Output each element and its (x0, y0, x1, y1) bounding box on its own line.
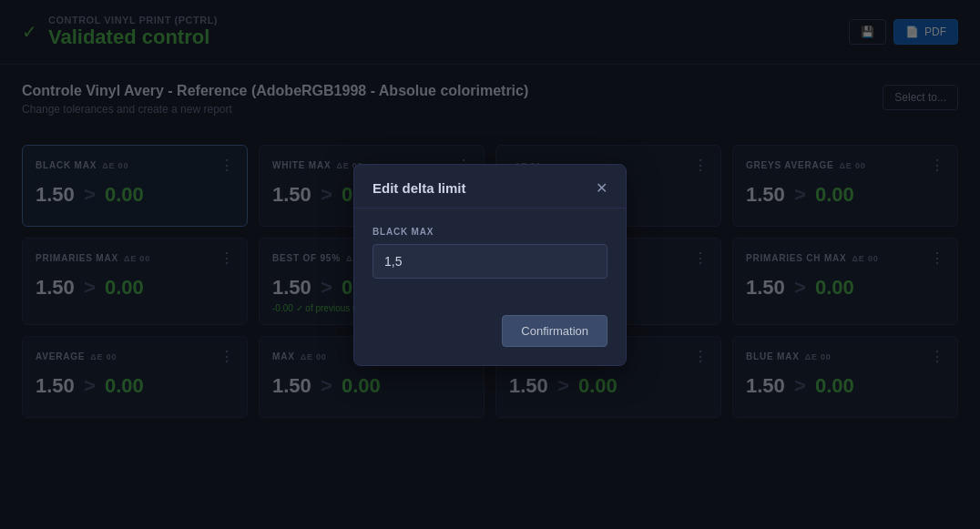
modal-title: Edit delta limit (373, 180, 466, 196)
modal-footer: Confirmation (354, 315, 626, 365)
modal-body: BLACK MAX (354, 209, 626, 315)
modal-header: Edit delta limit ✕ (354, 165, 626, 209)
modal-close-button[interactable]: ✕ (596, 179, 607, 197)
field-input[interactable] (373, 244, 607, 279)
field-label: BLACK MAX (373, 227, 607, 237)
modal-overlay: Edit delta limit ✕ BLACK MAX Confirmatio… (0, 0, 980, 529)
confirm-button[interactable]: Confirmation (502, 315, 607, 347)
edit-delta-modal: Edit delta limit ✕ BLACK MAX Confirmatio… (353, 164, 627, 366)
